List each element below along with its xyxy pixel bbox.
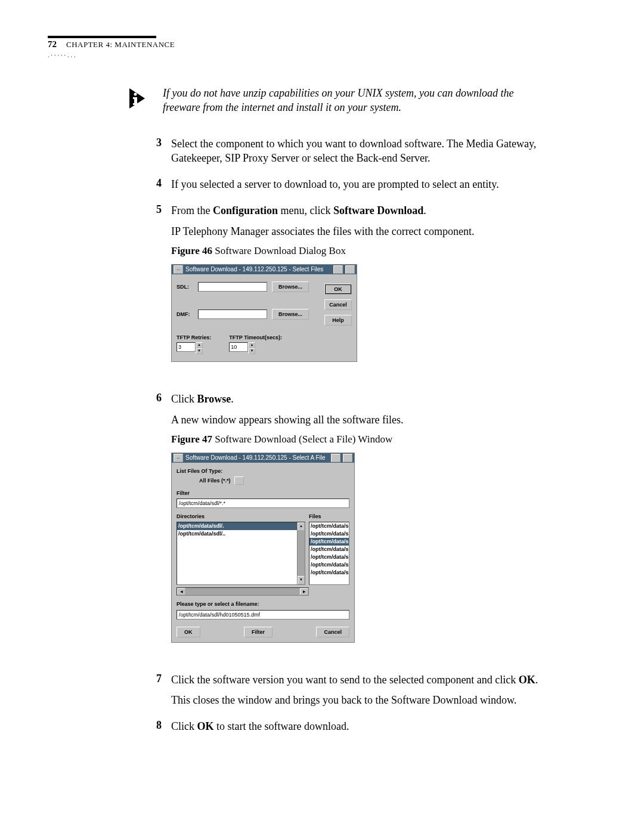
help-button[interactable]: Help — [324, 315, 352, 326]
filter-input[interactable]: /opt/tcm/data/sdl/*.* — [177, 498, 349, 508]
figure-46-caption: Figure 46 Software Download Dialog Box — [171, 244, 552, 258]
software-download-dialog: — Software Download - 149.112.250.125 - … — [171, 264, 357, 362]
maximize-icon[interactable] — [343, 454, 352, 462]
list-item[interactable]: /opt/tcm/data/s — [309, 561, 349, 569]
filename-input[interactable]: /opt/tcm/data/sdl/hd01050515.dmf — [177, 610, 349, 620]
directories-listbox[interactable]: /opt/tcm/data/sdl/./opt/tcm/data/sdl/.. … — [177, 522, 305, 585]
list-item[interactable]: /opt/tcm/data/sdl/. — [177, 522, 305, 530]
tftp-retries-label: TFTP Retries: — [177, 334, 211, 341]
step-body-7: Click the software version you want to s… — [171, 673, 552, 714]
step-body-8: Click OK to start the software download. — [171, 719, 552, 739]
scroll-up-icon: ▲ — [298, 522, 305, 531]
list-item[interactable]: /opt/tcm/data/s — [309, 522, 349, 530]
dialog-title: Software Download - 149.112.250.125 - Se… — [185, 454, 326, 462]
maximize-icon[interactable] — [345, 265, 355, 274]
sdl-browse-button[interactable]: Browse... — [272, 281, 309, 292]
scroll-down-icon: ▼ — [298, 576, 305, 584]
scroll-left-icon: ◀ — [177, 588, 185, 595]
svg-point-1 — [134, 93, 137, 96]
step-num-7: 7 — [151, 673, 162, 714]
list-item[interactable]: /opt/tcm/data/s — [309, 569, 349, 577]
tftp-retries-field[interactable]: 3 — [177, 342, 196, 352]
files-listbox[interactable]: /opt/tcm/data/s/opt/tcm/data/s/opt/tcm/d… — [309, 522, 349, 585]
step-num-3: 3 — [151, 137, 162, 172]
dialog-title: Software Download - 149.112.250.125 - Se… — [185, 265, 323, 274]
select-file-dialog: — Software Download - 149.112.250.125 - … — [171, 453, 355, 643]
step-num-8: 8 — [151, 719, 162, 739]
dmf-browse-button[interactable]: Browse... — [272, 309, 309, 320]
sysmenu-icon[interactable]: — — [174, 454, 183, 462]
ok-button[interactable]: OK — [324, 284, 352, 295]
list-type-dropdown[interactable] — [234, 476, 244, 485]
svg-rect-4 — [133, 103, 138, 105]
scroll-right-icon: ▶ — [300, 588, 308, 595]
retries-down-icon[interactable]: ▼ — [196, 348, 203, 354]
page-header: 72 CHAPTER 4: MAINTENANCE — [48, 39, 584, 49]
step-body-6: Click Browse. A new window appears showi… — [171, 392, 552, 666]
step-body-4: If you selected a server to download to,… — [171, 177, 552, 197]
figure-47-caption: Figure 47 Software Download (Select a Fi… — [171, 433, 552, 447]
list-item[interactable]: /opt/tcm/data/s — [309, 530, 349, 538]
retries-up-icon[interactable]: ▲ — [196, 342, 203, 348]
note-text: If you do not have unzip capabilities on… — [163, 86, 552, 115]
minimize-icon[interactable] — [331, 454, 340, 462]
timeout-down-icon[interactable]: ▼ — [248, 348, 255, 354]
directories-label: Directories — [177, 513, 305, 520]
dmf-label: DMF: — [177, 311, 193, 318]
ok-button[interactable]: OK — [177, 627, 200, 637]
list-item[interactable]: /opt/tcm/data/s — [309, 553, 349, 561]
dmf-field[interactable] — [198, 309, 267, 319]
list-item[interactable]: /opt/tcm/data/s — [309, 546, 349, 553]
filter-label: Filter — [177, 490, 349, 497]
sdl-label: SDL: — [177, 283, 193, 290]
svg-rect-3 — [133, 97, 137, 99]
filename-label: Please type or select a filename: — [177, 600, 349, 608]
step-num-6: 6 — [151, 392, 162, 666]
step-body-3: Select the component to which you want t… — [171, 137, 552, 172]
note-info-icon — [128, 86, 152, 111]
sdl-field[interactable] — [198, 282, 267, 292]
cancel-button[interactable]: Cancel — [324, 299, 352, 310]
tftp-timeout-label: TFTP Timeout(secs): — [229, 334, 282, 341]
list-item[interactable]: /opt/tcm/data/s — [309, 538, 349, 546]
list-item[interactable]: /opt/tcm/data/sdl/.. — [177, 530, 305, 538]
scrollbar[interactable]: ▲ ▼ — [297, 522, 305, 584]
minimize-icon[interactable] — [333, 265, 343, 274]
cancel-button[interactable]: Cancel — [316, 627, 349, 637]
tftp-timeout-field[interactable]: 10 — [229, 342, 248, 352]
header-decoration: .·····... — [48, 52, 584, 58]
filter-button[interactable]: Filter — [244, 627, 273, 637]
step-num-5: 5 — [151, 203, 162, 386]
list-type-label: List Files Of Type: — [177, 467, 349, 475]
timeout-up-icon[interactable]: ▲ — [248, 342, 255, 348]
step-num-4: 4 — [151, 177, 162, 197]
files-label: Files — [309, 513, 349, 520]
horizontal-scrollbar[interactable]: ◀ ▶ — [177, 587, 309, 596]
sysmenu-icon[interactable]: — — [174, 265, 183, 274]
page-number: 72 — [48, 39, 57, 49]
list-type-value: All Files (*.*) — [199, 477, 231, 484]
chapter-title: CHAPTER 4: MAINTENANCE — [66, 40, 175, 49]
step-body-5: From the Configuration menu, click Softw… — [171, 203, 552, 386]
